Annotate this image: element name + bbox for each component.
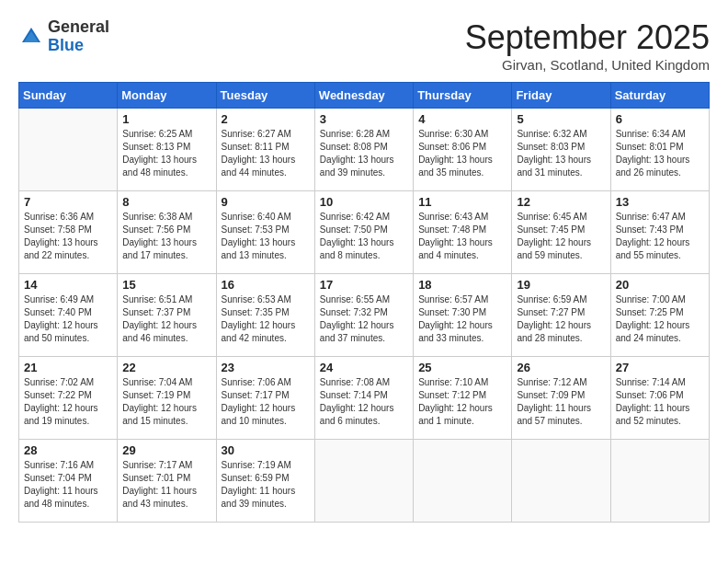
weekday-header: Saturday bbox=[610, 83, 709, 109]
calendar-cell: 14Sunrise: 6:49 AM Sunset: 7:40 PM Dayli… bbox=[19, 274, 118, 357]
logo-blue: Blue bbox=[48, 37, 109, 55]
day-number: 29 bbox=[122, 443, 210, 457]
day-info: Sunrise: 7:04 AM Sunset: 7:19 PM Dayligh… bbox=[122, 376, 210, 428]
day-number: 17 bbox=[320, 278, 408, 292]
calendar-cell: 7Sunrise: 6:36 AM Sunset: 7:58 PM Daylig… bbox=[19, 191, 118, 274]
day-info: Sunrise: 7:14 AM Sunset: 7:06 PM Dayligh… bbox=[616, 376, 704, 428]
calendar-cell: 11Sunrise: 6:43 AM Sunset: 7:48 PM Dayli… bbox=[414, 191, 512, 274]
day-number: 23 bbox=[222, 361, 310, 374]
calendar-cell bbox=[19, 109, 118, 191]
day-number: 4 bbox=[418, 112, 506, 126]
day-info: Sunrise: 7:19 AM Sunset: 6:59 PM Dayligh… bbox=[222, 459, 310, 511]
day-number: 18 bbox=[418, 278, 506, 292]
calendar-cell: 15Sunrise: 6:51 AM Sunset: 7:37 PM Dayli… bbox=[118, 274, 216, 357]
calendar-cell: 23Sunrise: 7:06 AM Sunset: 7:17 PM Dayli… bbox=[216, 357, 314, 440]
calendar-cell: 28Sunrise: 7:16 AM Sunset: 7:04 PM Dayli… bbox=[19, 440, 118, 523]
weekday-header: Friday bbox=[512, 83, 610, 109]
weekday-header: Sunday bbox=[19, 83, 118, 109]
calendar-cell: 29Sunrise: 7:17 AM Sunset: 7:01 PM Dayli… bbox=[118, 440, 216, 523]
logo: General Blue bbox=[18, 18, 109, 55]
day-info: Sunrise: 6:47 AM Sunset: 7:43 PM Dayligh… bbox=[616, 211, 704, 262]
calendar-table: SundayMondayTuesdayWednesdayThursdayFrid… bbox=[18, 82, 710, 523]
calendar-cell: 17Sunrise: 6:55 AM Sunset: 7:32 PM Dayli… bbox=[314, 274, 413, 357]
day-number: 9 bbox=[222, 195, 310, 209]
day-number: 21 bbox=[24, 361, 112, 374]
weekday-header: Tuesday bbox=[216, 83, 314, 109]
day-number: 28 bbox=[24, 443, 112, 457]
day-info: Sunrise: 7:00 AM Sunset: 7:25 PM Dayligh… bbox=[616, 293, 704, 345]
calendar-cell: 22Sunrise: 7:04 AM Sunset: 7:19 PM Dayli… bbox=[118, 357, 216, 440]
day-info: Sunrise: 7:12 AM Sunset: 7:09 PM Dayligh… bbox=[517, 376, 605, 428]
day-info: Sunrise: 7:10 AM Sunset: 7:12 PM Dayligh… bbox=[418, 376, 506, 428]
day-number: 24 bbox=[320, 361, 408, 374]
day-number: 25 bbox=[418, 361, 506, 374]
calendar-week-row: 1Sunrise: 6:25 AM Sunset: 8:13 PM Daylig… bbox=[19, 109, 710, 191]
day-info: Sunrise: 6:36 AM Sunset: 7:58 PM Dayligh… bbox=[24, 211, 112, 262]
calendar-week-row: 28Sunrise: 7:16 AM Sunset: 7:04 PM Dayli… bbox=[19, 440, 710, 523]
calendar-cell: 1Sunrise: 6:25 AM Sunset: 8:13 PM Daylig… bbox=[118, 109, 216, 191]
day-number: 27 bbox=[616, 361, 704, 374]
calendar-cell: 27Sunrise: 7:14 AM Sunset: 7:06 PM Dayli… bbox=[610, 357, 709, 440]
day-number: 11 bbox=[418, 195, 506, 209]
day-number: 13 bbox=[616, 195, 704, 209]
day-info: Sunrise: 6:40 AM Sunset: 7:53 PM Dayligh… bbox=[222, 211, 310, 262]
weekday-header-row: SundayMondayTuesdayWednesdayThursdayFrid… bbox=[19, 83, 710, 109]
calendar-week-row: 14Sunrise: 6:49 AM Sunset: 7:40 PM Dayli… bbox=[19, 274, 710, 357]
day-info: Sunrise: 6:38 AM Sunset: 7:56 PM Dayligh… bbox=[122, 211, 210, 262]
day-info: Sunrise: 6:42 AM Sunset: 7:50 PM Dayligh… bbox=[320, 211, 408, 262]
day-number: 14 bbox=[24, 278, 112, 292]
day-number: 22 bbox=[122, 361, 210, 374]
calendar-cell: 2Sunrise: 6:27 AM Sunset: 8:11 PM Daylig… bbox=[216, 109, 314, 191]
weekday-header: Wednesday bbox=[314, 83, 413, 109]
day-number: 19 bbox=[517, 278, 605, 292]
page-header: General Blue September 2025 Girvan, Scot… bbox=[18, 18, 710, 73]
location: Girvan, Scotland, United Kingdom bbox=[465, 57, 710, 73]
calendar-cell: 4Sunrise: 6:30 AM Sunset: 8:06 PM Daylig… bbox=[414, 109, 512, 191]
logo-text: General Blue bbox=[48, 18, 109, 55]
day-number: 3 bbox=[320, 112, 408, 126]
calendar-cell: 30Sunrise: 7:19 AM Sunset: 6:59 PM Dayli… bbox=[216, 440, 314, 523]
day-info: Sunrise: 6:45 AM Sunset: 7:45 PM Dayligh… bbox=[517, 211, 605, 262]
weekday-header: Monday bbox=[118, 83, 216, 109]
day-info: Sunrise: 6:28 AM Sunset: 8:08 PM Dayligh… bbox=[320, 128, 408, 179]
calendar-cell: 12Sunrise: 6:45 AM Sunset: 7:45 PM Dayli… bbox=[512, 191, 610, 274]
day-number: 8 bbox=[122, 195, 210, 209]
day-number: 10 bbox=[320, 195, 408, 209]
calendar-cell: 25Sunrise: 7:10 AM Sunset: 7:12 PM Dayli… bbox=[414, 357, 512, 440]
day-info: Sunrise: 6:55 AM Sunset: 7:32 PM Dayligh… bbox=[320, 293, 408, 345]
day-info: Sunrise: 6:27 AM Sunset: 8:11 PM Dayligh… bbox=[222, 128, 310, 179]
day-number: 5 bbox=[517, 112, 605, 126]
day-info: Sunrise: 7:02 AM Sunset: 7:22 PM Dayligh… bbox=[24, 376, 112, 428]
calendar-cell: 16Sunrise: 6:53 AM Sunset: 7:35 PM Dayli… bbox=[216, 274, 314, 357]
day-info: Sunrise: 6:59 AM Sunset: 7:27 PM Dayligh… bbox=[517, 293, 605, 345]
day-number: 20 bbox=[616, 278, 704, 292]
calendar-cell: 21Sunrise: 7:02 AM Sunset: 7:22 PM Dayli… bbox=[19, 357, 118, 440]
day-info: Sunrise: 6:43 AM Sunset: 7:48 PM Dayligh… bbox=[418, 211, 506, 262]
calendar-cell: 19Sunrise: 6:59 AM Sunset: 7:27 PM Dayli… bbox=[512, 274, 610, 357]
month-title: September 2025 bbox=[465, 18, 710, 57]
day-number: 30 bbox=[222, 443, 310, 457]
day-info: Sunrise: 7:17 AM Sunset: 7:01 PM Dayligh… bbox=[122, 459, 210, 511]
calendar-cell: 9Sunrise: 6:40 AM Sunset: 7:53 PM Daylig… bbox=[216, 191, 314, 274]
calendar-cell bbox=[610, 440, 709, 523]
day-number: 1 bbox=[122, 112, 210, 126]
calendar-cell: 20Sunrise: 7:00 AM Sunset: 7:25 PM Dayli… bbox=[610, 274, 709, 357]
calendar-cell: 3Sunrise: 6:28 AM Sunset: 8:08 PM Daylig… bbox=[314, 109, 413, 191]
calendar-cell: 18Sunrise: 6:57 AM Sunset: 7:30 PM Dayli… bbox=[414, 274, 512, 357]
calendar-cell: 24Sunrise: 7:08 AM Sunset: 7:14 PM Dayli… bbox=[314, 357, 413, 440]
day-number: 16 bbox=[222, 278, 310, 292]
day-info: Sunrise: 7:08 AM Sunset: 7:14 PM Dayligh… bbox=[320, 376, 408, 428]
calendar-cell: 5Sunrise: 6:32 AM Sunset: 8:03 PM Daylig… bbox=[512, 109, 610, 191]
day-info: Sunrise: 7:06 AM Sunset: 7:17 PM Dayligh… bbox=[222, 376, 310, 428]
day-info: Sunrise: 6:32 AM Sunset: 8:03 PM Dayligh… bbox=[517, 128, 605, 179]
calendar-cell bbox=[414, 440, 512, 523]
calendar-cell: 8Sunrise: 6:38 AM Sunset: 7:56 PM Daylig… bbox=[118, 191, 216, 274]
day-info: Sunrise: 6:49 AM Sunset: 7:40 PM Dayligh… bbox=[24, 293, 112, 345]
title-block: September 2025 Girvan, Scotland, United … bbox=[465, 18, 710, 73]
day-info: Sunrise: 7:16 AM Sunset: 7:04 PM Dayligh… bbox=[24, 459, 112, 511]
calendar-week-row: 7Sunrise: 6:36 AM Sunset: 7:58 PM Daylig… bbox=[19, 191, 710, 274]
calendar-cell: 13Sunrise: 6:47 AM Sunset: 7:43 PM Dayli… bbox=[610, 191, 709, 274]
logo-icon bbox=[18, 24, 44, 50]
day-info: Sunrise: 6:34 AM Sunset: 8:01 PM Dayligh… bbox=[616, 128, 704, 179]
day-number: 26 bbox=[517, 361, 605, 374]
